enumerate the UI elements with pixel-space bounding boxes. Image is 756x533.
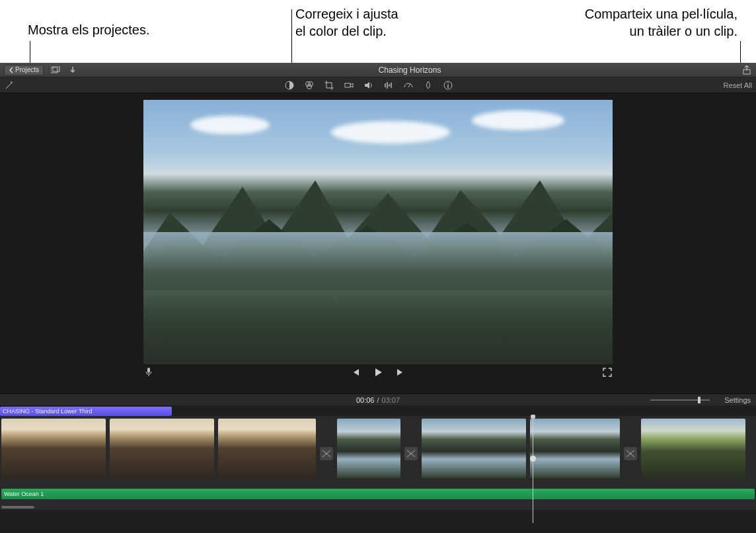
time-separator: / xyxy=(377,396,379,404)
magic-wand-button[interactable] xyxy=(4,80,15,91)
zoom-slider[interactable] xyxy=(650,398,710,402)
callout-line xyxy=(30,41,30,65)
media-library-icon xyxy=(51,66,60,74)
svg-rect-11 xyxy=(147,368,150,373)
timeline-area: CHASING - Standard Lower Third Water Oce… xyxy=(0,407,756,510)
callout-color: Corregeix i ajusta el color del clip. xyxy=(295,5,398,40)
share-button[interactable] xyxy=(741,65,752,75)
playhead[interactable] xyxy=(533,416,533,523)
adjust-bar: Reset All xyxy=(0,77,756,93)
callout-line xyxy=(740,41,741,65)
play-icon xyxy=(373,368,383,377)
video-clip[interactable] xyxy=(218,419,316,478)
transition[interactable] xyxy=(320,447,333,460)
color-palette-icon xyxy=(305,81,314,90)
speedometer-icon xyxy=(404,81,413,90)
projects-button[interactable]: Projects xyxy=(4,65,44,75)
video-clip[interactable] xyxy=(422,419,526,478)
svg-rect-1 xyxy=(53,66,59,71)
share-icon xyxy=(743,65,751,75)
crop-icon xyxy=(324,81,334,90)
audio-clip[interactable]: Water Ocean 1 xyxy=(1,489,755,499)
transition[interactable] xyxy=(404,447,418,460)
import-button[interactable] xyxy=(67,65,78,75)
projects-label: Projects xyxy=(15,66,39,73)
color-correction-button[interactable] xyxy=(304,80,315,91)
svg-point-6 xyxy=(307,84,312,89)
media-library-button[interactable] xyxy=(50,65,61,75)
volume-button[interactable] xyxy=(363,80,374,91)
previous-button[interactable] xyxy=(350,367,361,378)
crop-button[interactable] xyxy=(324,80,334,91)
chevron-left-icon xyxy=(9,67,14,73)
transition[interactable] xyxy=(624,447,637,460)
player-controls xyxy=(143,364,613,380)
equalizer-icon xyxy=(384,81,393,90)
color-balance-button[interactable] xyxy=(284,80,295,91)
title-overlay-clip[interactable]: CHASING - Standard Lower Third xyxy=(0,407,172,416)
viewer xyxy=(0,93,756,393)
magic-wand-icon xyxy=(5,81,14,90)
svg-rect-0 xyxy=(51,67,57,73)
transition-icon xyxy=(322,450,331,458)
voiceover-button[interactable] xyxy=(143,367,154,378)
callout-projects: Mostra els projectes. xyxy=(28,21,150,38)
next-icon xyxy=(396,368,405,377)
video-clip[interactable] xyxy=(110,419,214,478)
timeline-scrollbar[interactable] xyxy=(0,505,756,510)
total-time: 03:07 xyxy=(382,396,400,404)
previous-icon xyxy=(351,368,360,377)
video-clip[interactable] xyxy=(1,419,106,478)
transition-icon xyxy=(626,450,635,458)
time-bar: 00:06 / 03:07 Settings xyxy=(0,393,756,405)
volume-icon xyxy=(364,81,373,90)
project-title: Chasing Horizons xyxy=(85,65,735,75)
fullscreen-icon xyxy=(603,368,612,377)
fullscreen-button[interactable] xyxy=(602,367,613,378)
video-clip[interactable] xyxy=(337,419,400,478)
info-icon xyxy=(443,81,453,90)
microphone-icon xyxy=(145,368,153,377)
info-button[interactable] xyxy=(443,80,453,91)
transition-icon xyxy=(406,450,416,458)
speed-button[interactable] xyxy=(403,80,414,91)
filter-button[interactable] xyxy=(423,80,434,91)
callout-share: Comparteix una pel·lícula, un tràiler o … xyxy=(585,5,737,40)
import-arrow-icon xyxy=(69,66,77,74)
preview-frame[interactable] xyxy=(143,100,613,364)
timeline[interactable] xyxy=(0,416,756,489)
next-button[interactable] xyxy=(395,367,406,378)
svg-rect-7 xyxy=(345,83,350,87)
settings-button[interactable]: Settings xyxy=(724,396,751,404)
filter-drop-icon xyxy=(424,81,433,90)
video-clip[interactable] xyxy=(641,419,745,478)
reset-all-button[interactable]: Reset All xyxy=(724,81,752,89)
camera-icon xyxy=(344,81,354,90)
top-toolbar: Projects Chasing Horizons xyxy=(0,63,756,77)
svg-rect-10 xyxy=(447,85,448,88)
current-time: 00:06 xyxy=(356,396,375,404)
stabilization-button[interactable] xyxy=(344,80,354,91)
svg-point-9 xyxy=(447,83,449,84)
imovie-window: Projects Chasing Horizons xyxy=(0,63,756,533)
noise-reduction-button[interactable] xyxy=(383,80,394,91)
audio-row: Water Ocean 1 xyxy=(0,489,756,505)
play-button[interactable] xyxy=(373,367,383,378)
video-clip[interactable] xyxy=(530,419,620,478)
color-balance-icon xyxy=(285,81,294,90)
